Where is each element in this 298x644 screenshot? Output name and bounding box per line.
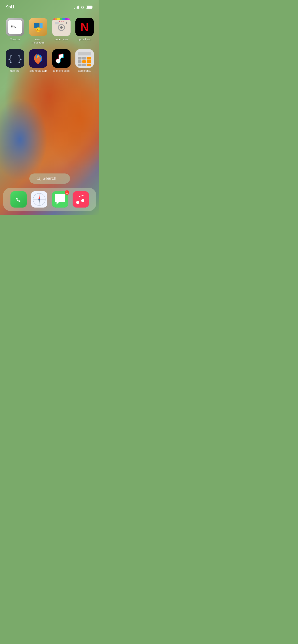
app-icon-instagram: Insta bbox=[52, 18, 71, 36]
dock-messages[interactable]: 1 bbox=[52, 191, 68, 208]
svg-rect-38 bbox=[78, 64, 82, 66]
messages-badge: 1 bbox=[65, 190, 69, 195]
app-icon-firefox bbox=[29, 49, 47, 68]
search-label: Search bbox=[43, 176, 56, 181]
dock-icon-phone bbox=[10, 191, 27, 208]
svg-rect-18 bbox=[60, 18, 62, 20]
search-bar-container: Search bbox=[0, 173, 99, 188]
svg-point-49 bbox=[38, 199, 40, 200]
status-time: 9:41 bbox=[6, 5, 15, 10]
home-screen: 9:41 bbox=[0, 0, 99, 215]
dock-icon-safari bbox=[31, 191, 47, 208]
app-label-netflix: apps if you bbox=[78, 38, 91, 41]
app-label-appletv: You can bbox=[10, 38, 20, 41]
app-tiktok[interactable]: to make alias bbox=[51, 49, 72, 72]
search-bar[interactable]: Search bbox=[29, 173, 70, 184]
svg-rect-32 bbox=[78, 57, 82, 60]
svg-rect-37 bbox=[87, 60, 91, 63]
app-icon-netflix: N bbox=[75, 18, 94, 36]
app-icon-amazon: 🙂 bbox=[29, 18, 47, 36]
svg-text:tv: tv bbox=[13, 25, 16, 29]
svg-rect-17 bbox=[57, 18, 60, 20]
svg-point-12 bbox=[60, 26, 61, 27]
wifi-icon bbox=[80, 6, 85, 9]
app-appletv[interactable]: tv You can bbox=[5, 18, 25, 44]
app-label-tiktok: to make alias bbox=[53, 69, 70, 72]
svg-rect-33 bbox=[82, 57, 86, 60]
svg-rect-40 bbox=[87, 64, 91, 66]
app-amazon[interactable]: 🙂 write messages bbox=[28, 18, 48, 44]
svg-text:{ }: { } bbox=[8, 54, 22, 64]
dock-safari[interactable] bbox=[31, 191, 47, 208]
svg-rect-35 bbox=[78, 60, 82, 63]
dock-icon-music bbox=[73, 191, 89, 208]
dock-music[interactable] bbox=[73, 191, 89, 208]
status-bar: 9:41 bbox=[0, 0, 99, 13]
home-spacer bbox=[0, 73, 99, 173]
svg-rect-31 bbox=[78, 52, 91, 55]
svg-point-9 bbox=[60, 26, 63, 29]
app-label-instagram: under your bbox=[55, 38, 68, 41]
app-icon-appletv: tv bbox=[6, 18, 24, 36]
svg-rect-15 bbox=[52, 18, 55, 20]
app-icon-tiktok bbox=[52, 49, 71, 68]
app-label-amazon: write messages bbox=[29, 38, 47, 44]
svg-line-42 bbox=[39, 179, 40, 181]
app-label-calculator: app icons. bbox=[78, 69, 91, 72]
signal-icon bbox=[74, 6, 79, 9]
svg-rect-34 bbox=[87, 57, 91, 60]
svg-rect-19 bbox=[62, 18, 65, 20]
app-grid: tv You can 🙂 bbox=[0, 13, 99, 73]
svg-point-13 bbox=[66, 22, 67, 24]
svg-rect-29 bbox=[52, 49, 71, 68]
search-icon bbox=[36, 177, 40, 181]
svg-text:🙂: 🙂 bbox=[35, 27, 41, 33]
svg-rect-36 bbox=[82, 60, 86, 63]
status-icons bbox=[74, 6, 93, 9]
battery-icon bbox=[86, 6, 93, 9]
app-icon-calculator bbox=[75, 49, 94, 68]
svg-rect-39 bbox=[82, 64, 86, 66]
svg-rect-20 bbox=[65, 18, 67, 20]
svg-text:N: N bbox=[80, 20, 89, 34]
app-label-scriptable: use the bbox=[10, 69, 19, 72]
app-scriptable[interactable]: { } use the bbox=[5, 49, 25, 72]
svg-rect-14 bbox=[55, 22, 59, 24]
svg-rect-51 bbox=[73, 191, 89, 208]
app-icon-scriptable: { } bbox=[6, 49, 24, 68]
svg-text:Insta: Insta bbox=[59, 20, 64, 23]
app-firefox[interactable]: Shortcuts app bbox=[28, 49, 48, 72]
svg-marker-5 bbox=[41, 29, 42, 30]
svg-rect-21 bbox=[67, 18, 71, 20]
app-calculator[interactable]: app icons. bbox=[74, 49, 95, 72]
svg-rect-16 bbox=[55, 18, 57, 20]
app-label-firefox: Shortcuts app bbox=[30, 69, 47, 72]
dock-phone[interactable] bbox=[10, 191, 27, 208]
app-netflix[interactable]: N apps if you bbox=[74, 18, 95, 44]
app-instagram[interactable]: Insta under y bbox=[51, 18, 72, 44]
dock: 1 bbox=[3, 188, 96, 211]
